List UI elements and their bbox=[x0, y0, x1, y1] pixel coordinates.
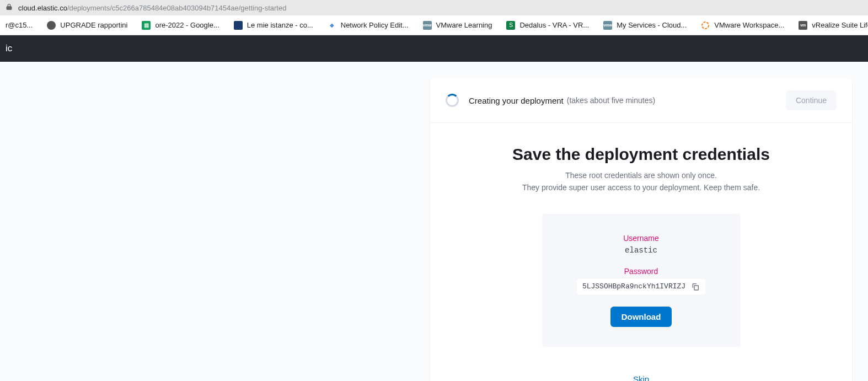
bookmark-label: Network Policy Edit... bbox=[341, 21, 409, 29]
username-value: elastic bbox=[553, 246, 730, 255]
panel-header: Creating your deployment (takes about fi… bbox=[430, 78, 852, 123]
bookmark-label: ore-2022 - Google... bbox=[155, 21, 219, 29]
vm-icon: vm bbox=[799, 21, 807, 30]
svg-point-1 bbox=[702, 22, 709, 29]
bookmark-item[interactable]: vmw My Services - Cloud... bbox=[601, 19, 689, 32]
bookmark-item[interactable]: vm vRealize Suite Lifec... bbox=[796, 19, 868, 32]
bookmark-label: vRealize Suite Lifec... bbox=[812, 21, 868, 29]
panel-title: Save the deployment credentials bbox=[452, 145, 830, 164]
bookmark-item[interactable]: VMware Workspace... bbox=[699, 19, 786, 32]
site-icon: ◆ bbox=[328, 21, 336, 30]
vmware-icon: vmw bbox=[603, 21, 612, 30]
main-content: Creating your deployment (takes about fi… bbox=[0, 62, 868, 381]
brand-text: ic bbox=[6, 43, 12, 54]
svg-rect-2 bbox=[694, 286, 698, 290]
download-button[interactable]: Download bbox=[610, 307, 672, 327]
svg-rect-0 bbox=[7, 7, 12, 9]
panel-subtitle-line2: They provide super user access to your d… bbox=[452, 181, 830, 194]
password-row: 5LJSSOHBpRa9nckYh1IVRIZJ bbox=[577, 279, 705, 294]
panel-body: Save the deployment credentials These ro… bbox=[430, 123, 852, 381]
site-icon bbox=[234, 21, 243, 30]
deployment-panel: Creating your deployment (takes about fi… bbox=[430, 78, 852, 381]
vmware-icon: vmw bbox=[423, 21, 432, 30]
password-value: 5LJSSOHBpRa9nckYh1IVRIZJ bbox=[582, 282, 685, 291]
bookmark-label: My Services - Cloud... bbox=[617, 21, 687, 29]
bookmark-item[interactable]: S Dedalus - VRA - VR... bbox=[504, 19, 591, 32]
bookmark-item[interactable]: ◆ Network Policy Edit... bbox=[325, 19, 411, 32]
creating-status-sub: (takes about five minutes) bbox=[567, 96, 655, 105]
sharepoint-icon: S bbox=[506, 21, 515, 30]
password-label: Password bbox=[553, 267, 730, 276]
vmware-ws-icon bbox=[701, 21, 710, 30]
continue-button[interactable]: Continue bbox=[786, 90, 837, 110]
sheets-icon: ▦ bbox=[142, 21, 151, 30]
bookmark-item[interactable]: vmw VMware Learning bbox=[421, 19, 495, 32]
credentials-box: Username elastic Password 5LJSSOHBpRa9nc… bbox=[542, 214, 741, 347]
spinner-icon bbox=[446, 94, 459, 107]
bookmark-label: Dedalus - VRA - VR... bbox=[519, 21, 589, 29]
globe-icon bbox=[47, 21, 56, 30]
bookmark-label: VMware Learning bbox=[436, 21, 492, 29]
bookmark-label: UPGRADE rapportini bbox=[60, 21, 127, 29]
app-header: ic bbox=[0, 35, 868, 62]
bookmarks-bar: r@c15... UPGRADE rapportini ▦ ore-2022 -… bbox=[0, 15, 868, 35]
url-host: cloud.elastic.co bbox=[18, 4, 67, 12]
browser-url-bar[interactable]: cloud.elastic.co/deployments/c5c266a7854… bbox=[0, 0, 868, 15]
bookmark-item[interactable]: Le mie istanze - co... bbox=[232, 19, 315, 32]
bookmark-item[interactable]: ▦ ore-2022 - Google... bbox=[140, 19, 221, 32]
bookmark-label: r@c15... bbox=[6, 21, 33, 29]
bookmark-item[interactable]: r@c15... bbox=[3, 19, 35, 31]
lock-icon bbox=[6, 3, 13, 12]
creating-status-text: Creating your deployment bbox=[469, 96, 564, 105]
skip-link[interactable]: Skip bbox=[633, 374, 649, 381]
bookmark-label: Le mie istanze - co... bbox=[247, 21, 313, 29]
panel-subtitle-line1: These root credentials are shown only on… bbox=[452, 169, 830, 181]
username-label: Username bbox=[553, 234, 730, 243]
bookmark-label: VMware Workspace... bbox=[714, 21, 784, 29]
url-path: /deployments/c5c266a785484e08ab403094b71… bbox=[67, 4, 287, 12]
skip-link-container: Skip bbox=[452, 374, 830, 381]
bookmark-item[interactable]: UPGRADE rapportini bbox=[45, 19, 130, 32]
copy-icon[interactable] bbox=[691, 282, 700, 291]
